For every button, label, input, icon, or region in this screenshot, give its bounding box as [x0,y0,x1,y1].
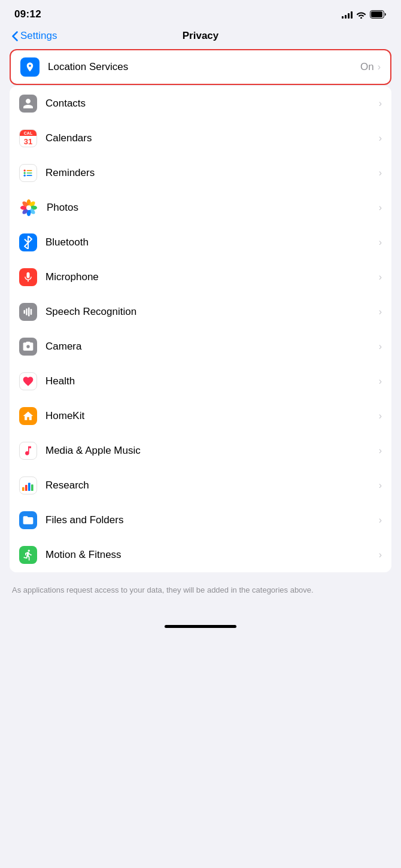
svg-rect-5 [27,172,32,174]
svg-point-6 [24,175,26,177]
microphone-label: Microphone [45,271,379,283]
reminders-label: Reminders [45,167,379,179]
svg-rect-24 [28,482,31,491]
calendars-icon: CAL 31 [19,129,37,147]
music-label: Media & Apple Music [45,445,379,457]
files-label: Files and Folders [45,514,379,526]
calendars-chevron-icon: › [379,133,382,144]
camera-label: Camera [45,341,379,353]
research-icon [19,477,37,494]
row-camera[interactable]: Camera › [10,329,391,364]
svg-rect-18 [24,310,26,314]
music-icon [19,442,37,460]
homekit-chevron-icon: › [379,411,382,421]
reminders-icon [19,164,37,182]
svg-rect-19 [26,308,28,315]
row-microphone[interactable]: Microphone › [10,260,391,295]
location-services-icon [20,57,40,77]
reminders-chevron-icon: › [379,168,382,178]
microphone-icon [19,268,37,286]
svg-rect-21 [31,309,32,315]
svg-point-4 [24,172,26,174]
microphone-chevron-icon: › [379,272,382,283]
location-chevron-icon: › [378,62,381,72]
row-health[interactable]: Health › [10,364,391,399]
row-research[interactable]: Research › [10,468,391,503]
row-speech[interactable]: Speech Recognition › [10,295,391,329]
health-label: Health [45,375,379,387]
homekit-icon [19,407,37,425]
bluetooth-icon [19,233,37,251]
svg-rect-3 [27,170,32,171]
status-bar: 09:12 [0,0,401,25]
photos-icon [19,198,38,217]
status-time: 09:12 [14,8,41,20]
row-music[interactable]: Media & Apple Music › [10,433,391,468]
status-icons [342,10,387,19]
svg-point-17 [26,205,31,210]
row-reminders[interactable]: Reminders › [10,156,391,190]
photos-label: Photos [47,202,379,214]
row-bluetooth[interactable]: Bluetooth › [10,225,391,260]
row-files[interactable]: Files and Folders › [10,503,391,538]
location-services-label: Location Services [48,61,360,73]
fitness-label: Motion & Fitness [45,549,379,561]
contacts-chevron-icon: › [379,98,382,109]
location-services-value: On [360,61,374,73]
svg-rect-20 [28,308,30,317]
music-chevron-icon: › [379,445,382,456]
health-icon [19,372,37,390]
fitness-chevron-icon: › [379,550,382,560]
settings-list: Contacts › CAL 31 Calendars › [10,86,391,572]
fitness-icon [19,546,37,564]
svg-point-2 [24,169,26,171]
research-label: Research [45,479,379,491]
bluetooth-chevron-icon: › [379,237,382,248]
row-fitness[interactable]: Motion & Fitness › [10,538,391,572]
camera-icon [19,338,37,356]
svg-rect-22 [22,487,25,491]
photos-chevron-icon: › [379,202,382,213]
speech-label: Speech Recognition [45,306,379,318]
svg-rect-1 [371,11,382,17]
svg-rect-7 [27,175,32,176]
homekit-label: HomeKit [45,410,379,422]
speech-chevron-icon: › [379,306,382,317]
speech-icon [19,303,37,321]
svg-rect-23 [25,485,28,491]
camera-chevron-icon: › [379,341,382,352]
health-chevron-icon: › [379,376,382,387]
page-title: Privacy [183,30,219,42]
research-chevron-icon: › [379,480,382,491]
calendars-label: Calendars [45,132,379,144]
bluetooth-label: Bluetooth [45,236,379,248]
home-indicator [0,620,401,635]
contacts-icon [19,95,37,113]
row-contacts[interactable]: Contacts › [10,86,391,121]
svg-rect-25 [31,484,34,491]
wifi-icon [356,10,366,19]
footer-note: As applications request access to your d… [0,584,401,608]
row-location-services[interactable]: Location Services On › [10,49,391,85]
contacts-label: Contacts [45,98,379,110]
back-button[interactable]: Settings [12,30,57,42]
row-calendars[interactable]: CAL 31 Calendars › [10,121,391,156]
nav-bar: Settings Privacy [0,25,401,49]
row-homekit[interactable]: HomeKit › [10,399,391,433]
row-photos[interactable]: Photos › [10,190,391,225]
battery-icon [370,10,387,19]
settings-content: Location Services On › Contacts › CAL 31… [0,49,401,620]
signal-icon [342,10,353,19]
files-icon [19,511,37,529]
home-bar [165,625,236,628]
files-chevron-icon: › [379,515,382,526]
